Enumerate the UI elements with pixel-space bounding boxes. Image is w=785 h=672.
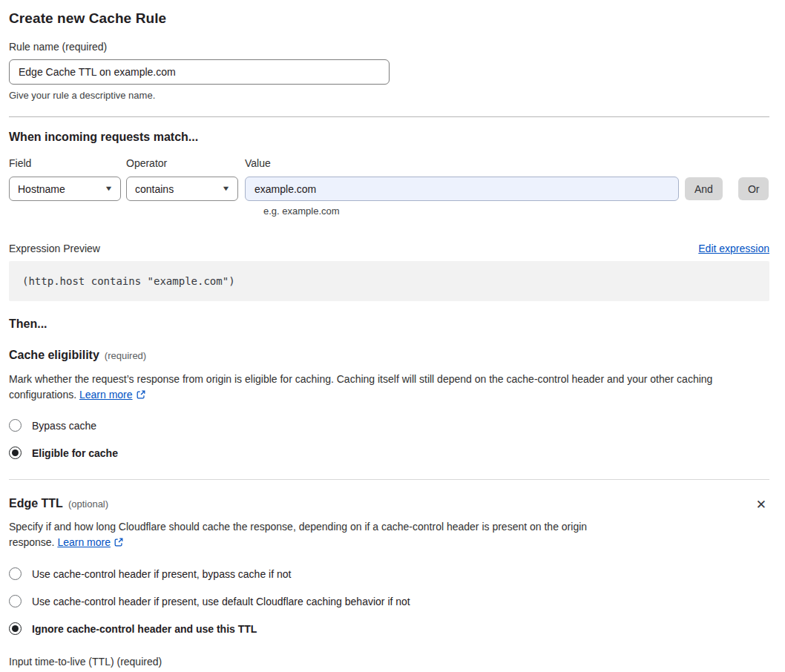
section-divider [9, 479, 769, 480]
rule-name-helper: Give your rule a descriptive name. [9, 90, 769, 101]
required-badge: (required) [105, 350, 146, 361]
match-heading: When incoming requests match... [9, 131, 769, 144]
ttl-label: Input time-to-live (TTL) (required) [9, 656, 769, 668]
and-button[interactable]: And [685, 177, 723, 200]
rule-name-input[interactable] [9, 59, 390, 85]
edge-ttl-description: Specify if and how long Cloudflare shoul… [9, 519, 631, 552]
radio-icon[interactable] [9, 419, 22, 432]
caret-down-icon: ▼ [222, 185, 231, 192]
edge-ttl-header: Edge TTL(optional) ✕ [9, 497, 769, 513]
caret-down-icon: ▼ [105, 185, 114, 192]
radio-icon[interactable] [9, 567, 22, 580]
operator-label: Operator [126, 157, 245, 169]
field-select-value: Hostname [18, 183, 65, 195]
expression-preview-label: Expression Preview [9, 243, 100, 254]
radio-option-ignore-header-use-ttl[interactable]: Ignore cache-control header and use this… [9, 622, 769, 635]
field-select[interactable]: Hostname ▼ [9, 177, 121, 201]
value-col [245, 177, 679, 201]
value-input[interactable] [245, 177, 679, 201]
expression-row: Expression Preview Edit expression [9, 243, 769, 254]
radio-option-eligible-for-cache[interactable]: Eligible for cache [9, 447, 769, 459]
then-heading: Then... [9, 317, 769, 331]
edit-expression-link[interactable]: Edit expression [698, 243, 769, 254]
value-helper: e.g. example.com [263, 205, 769, 217]
radio-icon[interactable] [9, 622, 22, 635]
create-cache-rule-form: Create new Cache Rule Rule name (require… [0, 0, 785, 672]
rule-name-label: Rule name (required) [9, 41, 769, 53]
operator-select[interactable]: contains ▼ [126, 177, 238, 201]
expression-code: (http.host contains "example.com") [9, 261, 769, 301]
learn-more-link[interactable]: Learn more [79, 389, 133, 401]
close-icon[interactable]: ✕ [753, 497, 769, 513]
radio-option-use-header-bypass[interactable]: Use cache-control header if present, byp… [9, 567, 769, 580]
radio-icon[interactable] [9, 447, 22, 459]
radio-option-bypass-cache[interactable]: Bypass cache [9, 419, 769, 432]
optional-badge: (optional) [68, 498, 108, 510]
operator-select-value: contains [135, 183, 174, 195]
section-divider [9, 116, 769, 117]
radio-icon[interactable] [9, 595, 22, 607]
edge-ttl-heading: Edge TTL(optional) [9, 497, 108, 510]
value-label: Value [245, 157, 271, 169]
builder-labels: Field Operator Value [9, 157, 769, 169]
cache-eligibility-description: Mark whether the request’s response from… [9, 372, 769, 404]
page-title: Create new Cache Rule [9, 10, 769, 27]
field-label: Field [9, 157, 126, 169]
cache-eligibility-heading: Cache eligibility(required) [9, 349, 769, 362]
radio-option-use-header-default[interactable]: Use cache-control header if present, use… [9, 595, 769, 607]
external-link-icon [114, 536, 124, 552]
builder-row: Hostname ▼ contains ▼ And Or [9, 177, 769, 201]
or-button[interactable]: Or [738, 177, 769, 200]
learn-more-link[interactable]: Learn more [57, 536, 111, 548]
external-link-icon [136, 389, 146, 404]
